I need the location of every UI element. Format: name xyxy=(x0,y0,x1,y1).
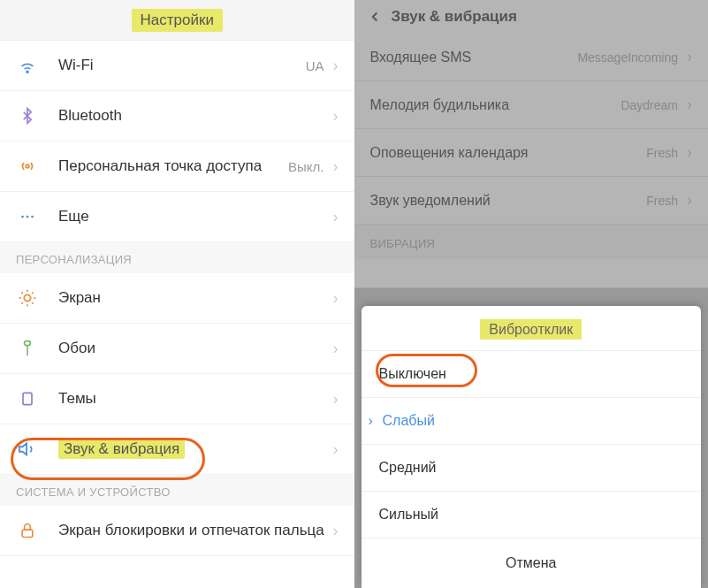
section-vibration: ВИБРАЦИЯ xyxy=(354,225,709,259)
item-label: Мелодия будильника xyxy=(370,97,621,113)
settings-item-wallpaper[interactable]: Обои › xyxy=(0,324,354,374)
settings-item-hotspot[interactable]: Персональная точка доступа Выкл. › xyxy=(0,141,354,192)
themes-icon xyxy=(16,387,39,410)
svg-rect-6 xyxy=(23,393,32,404)
item-label: Персональная точка доступа xyxy=(58,157,288,176)
back-icon[interactable] xyxy=(365,7,384,27)
item-label: Входящее SMS xyxy=(370,50,578,65)
chevron-right-icon: › xyxy=(333,340,339,358)
svg-point-1 xyxy=(26,164,29,168)
sound-item-sms[interactable]: Входящее SMS MessageIncoming › xyxy=(354,34,709,81)
chevron-right-icon: › xyxy=(333,390,339,409)
svg-point-3 xyxy=(27,216,29,218)
chevron-right-icon: › xyxy=(687,48,692,66)
chevron-right-icon: › xyxy=(333,208,339,226)
left-settings-panel: Настройки Wi-Fi UA › Bluetooth › Персона… xyxy=(0,0,354,588)
item-value: MessageIncoming xyxy=(577,50,678,65)
right-header: Звук & вибрация xyxy=(354,0,709,34)
sound-item-alarm[interactable]: Мелодия будильника Daydream › xyxy=(354,81,709,129)
chevron-right-icon: › xyxy=(687,143,692,162)
more-icon xyxy=(16,205,39,228)
sound-item-calendar[interactable]: Оповещения календаря Fresh › xyxy=(354,129,709,177)
settings-item-more[interactable]: Еще › xyxy=(0,192,354,242)
right-title: Звук & вибрация xyxy=(392,8,517,26)
item-label: Экран xyxy=(58,289,333,307)
hotspot-icon xyxy=(16,155,39,178)
settings-item-wifi[interactable]: Wi-Fi UA › xyxy=(0,41,354,91)
modal-cancel-button[interactable]: Отмена xyxy=(362,538,702,588)
right-sound-panel: Звук & вибрация Входящее SMS MessageInco… xyxy=(354,0,709,588)
chevron-right-icon: › xyxy=(687,191,692,210)
item-value: Fresh xyxy=(646,194,678,208)
settings-item-display[interactable]: Экран › xyxy=(0,273,354,324)
settings-item-lockscreen[interactable]: Экран блокировки и отпечаток пальца › xyxy=(0,506,354,556)
item-value: Fresh xyxy=(646,146,678,160)
section-system: СИСТЕМА И УСТРОЙСТВО xyxy=(0,475,354,506)
item-label: Wi-Fi xyxy=(58,57,306,74)
left-title: Настройки xyxy=(132,9,223,32)
settings-item-themes[interactable]: Темы › xyxy=(0,374,354,424)
item-label: Звук уведомлений xyxy=(370,193,647,209)
haptic-modal: Виброотклик Выключен Слабый Средний Силь… xyxy=(362,306,702,588)
chevron-right-icon: › xyxy=(333,289,339,308)
left-header: Настройки xyxy=(0,0,354,41)
svg-point-0 xyxy=(27,71,28,73)
wifi-icon xyxy=(16,54,39,77)
settings-item-bluetooth[interactable]: Bluetooth › xyxy=(0,91,354,141)
chevron-right-icon: › xyxy=(333,440,339,459)
item-value: Daydream xyxy=(620,98,678,112)
haptic-option-medium[interactable]: Средний xyxy=(362,445,702,492)
item-label: Bluetooth xyxy=(58,107,333,125)
bluetooth-icon xyxy=(16,104,39,127)
section-personalization: ПЕРСОНАЛИЗАЦИЯ xyxy=(0,242,354,273)
settings-item-sound[interactable]: Звук & вибрация › xyxy=(0,424,354,475)
item-label: Обои xyxy=(58,340,333,357)
svg-point-5 xyxy=(24,294,30,301)
item-label: Еще xyxy=(58,208,333,225)
sound-item-notifications[interactable]: Звук уведомлений Fresh › xyxy=(354,177,709,225)
haptic-option-weak[interactable]: Слабый xyxy=(362,398,702,445)
svg-point-4 xyxy=(31,216,34,218)
dimmed-row xyxy=(354,259,709,288)
chevron-right-icon: › xyxy=(333,57,339,75)
sound-icon xyxy=(16,438,39,461)
haptic-option-off[interactable]: Выключен xyxy=(362,351,702,398)
dimmed-content: Входящее SMS MessageIncoming › Мелодия б… xyxy=(354,34,709,288)
item-label: Звук & вибрация xyxy=(58,440,333,458)
chevron-right-icon: › xyxy=(333,522,339,540)
wallpaper-icon xyxy=(16,337,39,360)
modal-title: Виброотклик xyxy=(362,306,702,351)
item-label: Оповещения календаря xyxy=(370,145,647,161)
lock-icon xyxy=(16,519,39,542)
haptic-option-strong[interactable]: Сильный xyxy=(362,492,702,538)
item-value: Выкл. xyxy=(288,159,324,174)
chevron-right-icon: › xyxy=(333,107,339,126)
chevron-right-icon: › xyxy=(333,157,339,176)
display-icon xyxy=(16,286,39,309)
chevron-right-icon: › xyxy=(687,95,692,114)
svg-rect-7 xyxy=(22,530,33,537)
item-label: Экран блокировки и отпечаток пальца xyxy=(58,521,333,540)
svg-point-2 xyxy=(21,216,24,218)
item-label: Темы xyxy=(58,390,333,408)
item-value: UA xyxy=(306,58,324,73)
